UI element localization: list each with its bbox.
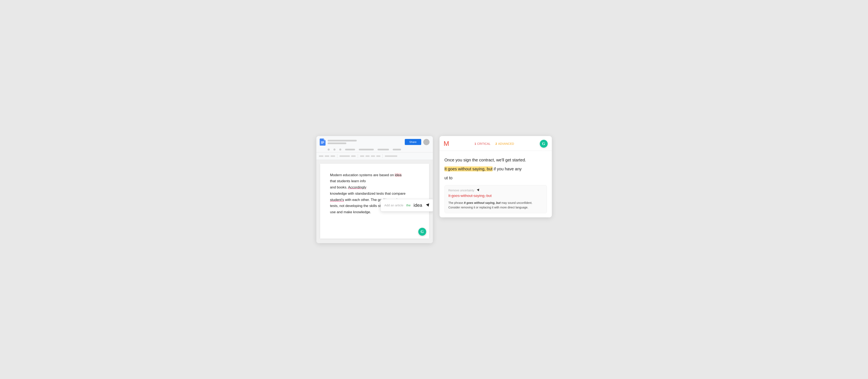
gmail-text-partial: ut to: [444, 175, 547, 181]
tooltip-idea: idea: [413, 201, 422, 210]
doc-paragraph-2: that students learn info: [330, 178, 419, 184]
grammarly-g-icon-left: G: [421, 228, 424, 235]
toolbar-pill-6: [360, 155, 364, 157]
menu-pill-3: [377, 149, 389, 150]
tooltip-the: the: [406, 202, 411, 208]
doc-text-line2: that students learn info: [330, 179, 366, 183]
advanced-label: ADVANCED: [498, 142, 514, 146]
suggestion-label-text: Remove uncertainty: [448, 189, 474, 192]
suggestion-description: The phrase It goes without saying, but m…: [448, 200, 543, 210]
toolbar-pill-1: [319, 155, 323, 157]
doc-text-accordingly: Accordingly: [348, 185, 366, 189]
google-docs-icon: [320, 138, 326, 146]
doc-text-line4: knowledge with standardized tests that c…: [330, 192, 406, 195]
docs-toolbar: [316, 153, 433, 160]
docs-title-line-2: [328, 143, 346, 144]
gmail-highlight-phrase: It goes without saying, but: [444, 166, 493, 171]
toolbar-pill-8: [371, 155, 375, 157]
docs-titlebar: Share: [316, 136, 433, 153]
suggestion-box: Remove uncertainty It goes without sayin…: [444, 185, 547, 214]
svg-rect-2: [321, 143, 323, 144]
doc-paragraph-4: knowledge with standardized tests that c…: [330, 191, 419, 197]
gmail-grammarly-card: M 1 CRITICAL 2 ADVANCED G Once you sign …: [439, 136, 552, 218]
doc-paragraph-1: Modern education systems are based on id…: [330, 172, 419, 178]
menu-dot-2: [334, 149, 336, 151]
menu-pill-4: [393, 149, 401, 150]
docs-menubar: [320, 147, 430, 152]
grammarly-button-right[interactable]: G: [540, 140, 548, 148]
gmail-stats-area: 1 CRITICAL 2 ADVANCED: [454, 142, 534, 146]
suggestion-cursor-icon: [477, 189, 480, 192]
critical-stat: 1 CRITICAL: [474, 142, 491, 146]
docs-title-area: [328, 140, 403, 144]
menu-pill-1: [345, 149, 355, 150]
toolbar-pill-2: [325, 155, 329, 157]
toolbar-pill-10: [385, 155, 397, 157]
menu-dot-1: [328, 149, 330, 151]
main-container: Share: [316, 136, 552, 243]
menu-dot-3: [339, 149, 341, 151]
advanced-stat: 2 ADVANCED: [495, 142, 514, 146]
suggestion-desc-pre: The phrase: [448, 201, 464, 204]
share-button[interactable]: Share: [405, 139, 421, 145]
docs-body: Modern education systems are based on id…: [316, 160, 433, 243]
suggestion-strikethrough-text: It goes without saying, but: [448, 194, 543, 198]
doc-text-plain-1: Modern education systems are based on: [330, 173, 395, 177]
critical-count: 1: [474, 142, 476, 146]
cursor-arrow-icon: [426, 203, 430, 207]
svg-rect-1: [321, 142, 324, 143]
gmail-text-rest: if you have any: [493, 167, 522, 171]
toolbar-pill-3: [331, 155, 335, 157]
critical-label: CRITICAL: [477, 142, 491, 146]
toolbar-pill-4: [339, 155, 350, 157]
doc-text-students: student's: [330, 198, 344, 202]
docs-tooltip-popup: Add an article the idea: [380, 199, 433, 212]
gmail-header: M 1 CRITICAL 2 ADVANCED G: [439, 136, 552, 151]
google-docs-card: Share: [316, 136, 433, 243]
gmail-m-logo: M: [444, 140, 449, 148]
suggestion-label-row: Remove uncertainty: [448, 189, 543, 192]
toolbar-pill-5: [351, 155, 356, 157]
gmail-body: Once you sign the contract, we'll get st…: [439, 151, 552, 218]
tooltip-suggest-label: Add an article: [384, 202, 404, 208]
user-avatar: [423, 139, 430, 145]
grammarly-button-left[interactable]: G: [418, 228, 426, 236]
docs-title-line-1: [328, 140, 357, 141]
doc-text-plain-3: and books.: [330, 185, 348, 189]
docs-page: Modern education systems are based on id…: [320, 164, 429, 239]
gmail-text-line1: Once you sign the contract, we'll get st…: [444, 157, 547, 163]
doc-text-line7: use and make knowledge.: [330, 210, 371, 214]
toolbar-pill-9: [376, 155, 380, 157]
suggestion-desc-em: It goes without saying, but: [464, 201, 501, 204]
advanced-count: 2: [495, 142, 497, 146]
menu-pill-2: [359, 149, 374, 150]
svg-rect-0: [321, 141, 324, 142]
doc-text-highlight-idea: idea: [395, 173, 401, 177]
toolbar-divider-3: [382, 154, 383, 158]
toolbar-pill-7: [366, 155, 370, 157]
gmail-text-line2: It goes without saying, but if you have …: [444, 165, 547, 172]
doc-paragraph-3: and books. Accordingly: [330, 184, 419, 191]
grammarly-g-icon-right: G: [542, 141, 545, 146]
